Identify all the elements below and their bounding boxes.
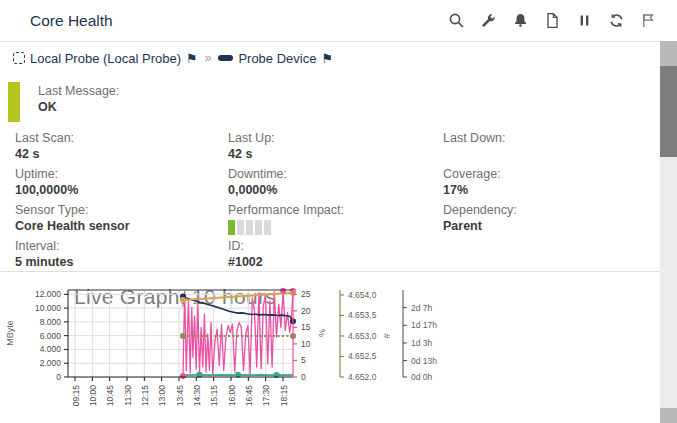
svg-text:0: 0 xyxy=(301,372,306,382)
svg-text:5: 5 xyxy=(301,355,306,365)
pause-icon[interactable] xyxy=(576,12,593,29)
svg-text:8.000: 8.000 xyxy=(40,317,62,327)
vertical-scrollbar[interactable] xyxy=(660,41,677,423)
stat-interval: Interval:5 minutes xyxy=(15,238,228,270)
dot-uptime-orange xyxy=(180,297,186,303)
series-uptime-orange xyxy=(183,293,293,300)
core-health-page: Core Health Local Probe (Local Probe) ⚑ … xyxy=(0,0,677,423)
breadcrumb-label: Local Probe (Local Probe) xyxy=(30,51,181,66)
last-message-value: OK xyxy=(38,99,119,116)
svg-text:14:30: 14:30 xyxy=(192,385,202,407)
search-icon[interactable] xyxy=(448,12,465,29)
svg-text:15: 15 xyxy=(301,322,311,332)
stat-value: 100,0000% xyxy=(15,182,228,199)
svg-text:%: % xyxy=(317,329,327,337)
svg-text:09:15: 09:15 xyxy=(71,385,81,407)
last-message-block: Last Message: OK xyxy=(38,83,119,116)
svg-text:16:45: 16:45 xyxy=(244,385,254,407)
svg-text:#: # xyxy=(382,333,392,338)
svg-text:0d 0h: 0d 0h xyxy=(411,372,433,382)
stat-value: 0,0000% xyxy=(228,182,443,199)
svg-text:MByte: MByte xyxy=(5,320,15,346)
svg-text:2.000: 2.000 xyxy=(40,358,62,368)
svg-text:10.000: 10.000 xyxy=(35,303,61,313)
stat-last-up: Last Up:42 s xyxy=(228,130,443,162)
dot-load-percent-pink xyxy=(280,288,286,294)
wrench-icon[interactable] xyxy=(480,12,497,29)
svg-text:10:00: 10:00 xyxy=(88,385,98,407)
page-title: Core Health xyxy=(30,0,113,41)
scrollbar-segment-bottom[interactable] xyxy=(660,408,677,423)
svg-text:11:30: 11:30 xyxy=(123,385,133,406)
stat-label: Last Up: xyxy=(228,130,443,146)
svg-text:4.652,0: 4.652,0 xyxy=(348,372,377,382)
svg-text:18:15: 18:15 xyxy=(279,385,289,407)
stat-label: Coverage: xyxy=(443,166,647,182)
refresh-icon[interactable] xyxy=(608,12,625,29)
svg-text:0: 0 xyxy=(56,372,61,382)
device-icon xyxy=(218,55,233,61)
flag-icon: ⚑ xyxy=(186,52,198,65)
stat-value: 17% xyxy=(443,182,647,199)
svg-text:4.000: 4.000 xyxy=(40,344,62,354)
stat-label: Uptime: xyxy=(15,166,228,182)
scrollbar-thumb[interactable] xyxy=(660,66,677,157)
status-color-bar xyxy=(8,82,20,122)
live-graph-canvas[interactable]: 12.00010.0008.0006.0004.0002.0000MByte25… xyxy=(0,281,660,423)
breadcrumb-item-device[interactable]: Probe Device ⚑ xyxy=(218,51,333,66)
sensor-stats-grid: Last Scan:42 sLast Up:42 sLast Down:Upti… xyxy=(15,130,647,270)
stat-value: Core Health sensor xyxy=(15,218,228,235)
stat-label: Downtime: xyxy=(228,166,443,182)
impact-bar-filled xyxy=(228,220,235,235)
svg-text:4.654,0: 4.654,0 xyxy=(348,290,377,300)
flag-icon[interactable] xyxy=(640,12,657,29)
svg-text:6.000: 6.000 xyxy=(40,331,62,341)
dot-handles-olive xyxy=(180,333,186,339)
stat-value: #1002 xyxy=(228,254,443,271)
stat-value: Parent xyxy=(443,218,647,235)
stat-label: Dependency: xyxy=(443,202,647,218)
breadcrumb-label: Probe Device xyxy=(238,51,316,66)
svg-text:10: 10 xyxy=(301,339,311,349)
probe-icon xyxy=(13,52,25,64)
svg-text:4.653,0: 4.653,0 xyxy=(348,331,377,341)
stat-uptime: Uptime:100,0000% xyxy=(15,166,228,198)
stat-value: 42 s xyxy=(228,146,443,163)
stat-id: ID:#1002 xyxy=(228,238,443,270)
stat-last-scan: Last Scan:42 s xyxy=(15,130,228,162)
impact-bar-empty xyxy=(264,220,271,235)
svg-text:20: 20 xyxy=(301,306,311,316)
stat-dependency: Dependency:Parent xyxy=(443,202,647,234)
stat-sensor-type: Sensor Type:Core Health sensor xyxy=(15,202,228,234)
bell-icon[interactable] xyxy=(512,12,529,29)
svg-text:25: 25 xyxy=(301,289,311,299)
svg-text:4.652,5: 4.652,5 xyxy=(348,351,377,361)
live-graph: Live Graph, 10 hours 12.00010.0008.0006.… xyxy=(0,281,660,423)
section-divider xyxy=(0,271,660,272)
svg-text:0d 13h: 0d 13h xyxy=(411,356,437,366)
svg-text:10:45: 10:45 xyxy=(105,385,115,407)
stat-empty xyxy=(443,238,647,270)
impact-bar-empty xyxy=(237,220,244,235)
flag-icon: ⚑ xyxy=(321,52,333,65)
stat-value: 42 s xyxy=(15,146,228,163)
breadcrumb-separator: » xyxy=(205,51,212,65)
impact-bar-empty xyxy=(255,220,262,235)
stat-label: Last Scan: xyxy=(15,130,228,146)
stat-label: ID: xyxy=(228,238,443,254)
breadcrumb-item-probe[interactable]: Local Probe (Local Probe) ⚑ xyxy=(13,51,198,66)
svg-text:13:00: 13:00 xyxy=(157,385,167,407)
svg-text:17:30: 17:30 xyxy=(261,385,271,407)
page-header: Core Health xyxy=(0,0,677,42)
stat-value: 5 minutes xyxy=(15,254,228,271)
svg-text:12.000: 12.000 xyxy=(35,289,61,299)
page-icon[interactable] xyxy=(544,12,561,29)
svg-text:15:15: 15:15 xyxy=(209,385,219,407)
svg-text:13:45: 13:45 xyxy=(175,385,185,407)
scrollbar-segment-top[interactable] xyxy=(660,41,677,66)
stat-label: Last Down: xyxy=(443,130,647,146)
stat-performance-impact: Performance Impact: xyxy=(228,202,443,234)
stat-label: Interval: xyxy=(15,238,228,254)
svg-text:4.653,5: 4.653,5 xyxy=(348,310,377,320)
svg-text:12:15: 12:15 xyxy=(140,385,150,407)
